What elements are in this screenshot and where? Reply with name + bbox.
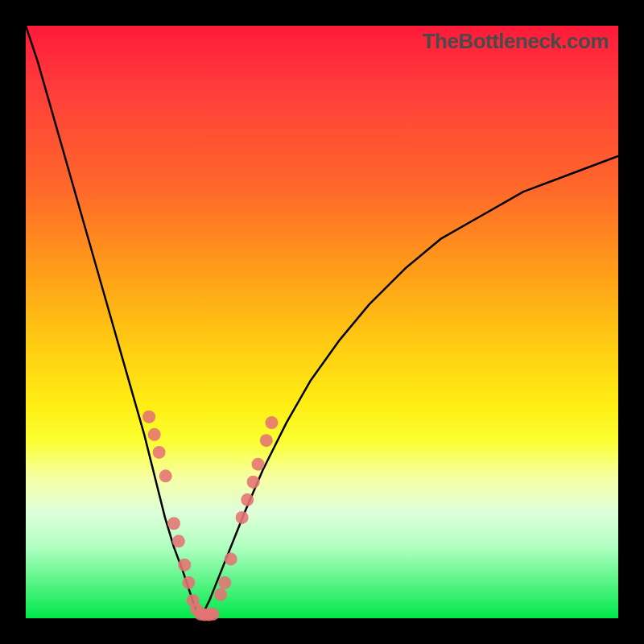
marker-dot [172, 535, 185, 547]
curve-right-curve [200, 156, 618, 618]
marker-dot [142, 411, 155, 423]
chart-container: TheBottleneck.com [0, 0, 644, 644]
marker-dot [214, 588, 227, 601]
marker-dot [178, 559, 191, 572]
plot-area: TheBottleneck.com [26, 26, 618, 618]
marker-group [142, 411, 278, 621]
marker-dot [265, 416, 278, 429]
marker-dot [167, 517, 180, 530]
marker-dot [182, 576, 195, 589]
marker-dot [148, 428, 161, 441]
marker-dot [252, 458, 265, 471]
curve-group [26, 26, 618, 618]
marker-dot [241, 493, 254, 506]
marker-dot [260, 434, 273, 447]
marker-dot [225, 552, 237, 565]
marker-dot [153, 446, 166, 459]
marker-dot [218, 576, 231, 589]
marker-dot [207, 608, 220, 621]
marker-dot [247, 476, 260, 489]
chart-svg [26, 26, 618, 618]
marker-dot [236, 511, 249, 524]
marker-dot [159, 469, 172, 482]
